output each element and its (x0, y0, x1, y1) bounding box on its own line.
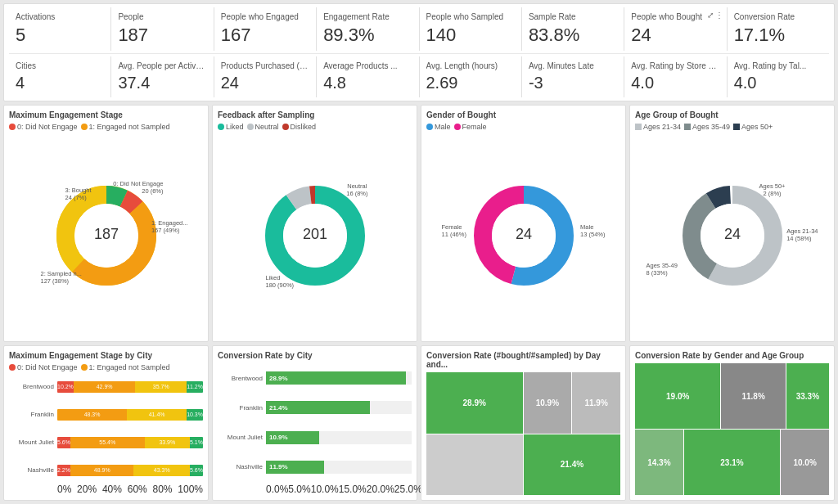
metric-label: Avg. Rating by Tal... (734, 61, 822, 70)
stacked-bar: 10.2%42.9%35.7%11.2% (57, 381, 203, 393)
hbar-label: Nashville (218, 463, 263, 470)
metric-value: 4.8 (323, 74, 412, 92)
metric-card-activations: Activations5 (9, 7, 111, 51)
metric-value: 4.0 (631, 74, 719, 92)
metric-value: 187 (118, 25, 206, 46)
metric-card-people: People187 (111, 7, 214, 51)
svg-text:24: 24 (515, 226, 531, 242)
treemap-row: 28.9% 10.9% 11.9% (426, 372, 620, 434)
treemap-cell: 11.8% (721, 363, 785, 429)
hbar-text: 21.4% (269, 404, 288, 412)
metric-value: 24 (221, 74, 309, 92)
hbar-text: 28.9% (269, 375, 288, 382)
city-name: Nashville (9, 466, 54, 474)
metric-label: Avg. Length (hours) (426, 61, 515, 70)
hbar-track: 10.9% (266, 431, 412, 444)
bottom-section: Maximum Engagement Stage by City 0: Did … (3, 345, 835, 501)
legend-item: Ages 50+ (733, 123, 773, 131)
hbar-label: Franklin (218, 404, 263, 412)
metric-label: Average Products ... (323, 61, 412, 70)
treemap-cell: 28.9% (426, 372, 523, 434)
engagement-city-legend: 0: Did Not Engage 1: Engaged not Sampled (9, 363, 203, 371)
city-row: Brentwood10.2%42.9%35.7%11.2% (9, 381, 203, 393)
metric-card-people-who-sampled: People who Sampled140 (420, 7, 522, 51)
hbar-row: Franklin21.4% (218, 401, 412, 414)
hbar-track: 28.9% (266, 371, 412, 385)
metric-value: 89.3% (323, 25, 412, 46)
charts-section: Maximum Engagement Stage 0: Did Not Enga… (3, 105, 835, 342)
stacked-bar: 5.6%55.4%33.9%5.1% (57, 437, 203, 448)
metric-label: Avg. Rating by Store Ma... (631, 61, 719, 70)
hbar-row: Nashville11.9% (218, 461, 412, 474)
legend-item: 0: Did Not Engage (9, 123, 78, 131)
city-row: Mount Juliet5.6%55.4%33.9%5.1% (9, 437, 203, 448)
metric-card-people-who-engaged: People who Engaged167 (214, 7, 317, 51)
hbar-row: Brentwood28.9% (218, 371, 412, 385)
treemap-cell: 11.9% (572, 372, 620, 434)
metric-card-average-products-...: Average Products ...4.8 (317, 56, 419, 97)
engagement-donut-area: 187 0: Did Not Engage20 (6%) 1: Engaged.… (9, 134, 203, 336)
legend-item: Disliked (282, 123, 317, 131)
metric-value: 17.1% (734, 25, 822, 46)
metric-label: Engagement Rate (323, 12, 412, 21)
metric-value: 24 (631, 25, 719, 46)
feedback-title: Feedback after Sampling (218, 110, 412, 119)
conversion-gender-age-title: Conversion Rate by Gender and Age Group (635, 351, 829, 360)
hbar-fill: 11.9% (266, 461, 324, 474)
metric-value: 83.8% (529, 25, 617, 46)
bar-segment: 5.1% (190, 437, 203, 448)
engagement-city-chart: Maximum Engagement Stage by City 0: Did … (3, 345, 209, 501)
city-name: Franklin (9, 411, 54, 418)
feedback-donut-area: 201 Neutral16 (8%) Liked180 (90%) (218, 134, 412, 336)
dashboard: Activations5People187People who Engaged1… (0, 0, 838, 504)
bar-segment: 35.7% (135, 381, 187, 393)
treemap-cell: 14.3% (635, 430, 683, 495)
hbar-label: Brentwood (218, 375, 263, 382)
hbar-text: 10.9% (269, 434, 288, 441)
hbar-track: 11.9% (266, 461, 412, 474)
metric-label: Conversion Rate (734, 12, 822, 21)
icon-small[interactable]: ⤢ (707, 11, 714, 20)
metric-value: -3 (529, 74, 617, 92)
treemap-cell: 19.0% (635, 363, 720, 429)
metric-label: Sample Rate (529, 12, 617, 21)
treemap-cell: 10.0% (781, 430, 829, 495)
svg-text:187: 187 (93, 226, 118, 242)
hbar-track: 21.4% (266, 401, 412, 414)
feedback-sampling-chart: Feedback after Sampling Liked Neutral Di… (212, 105, 417, 342)
treemap-row: 14.3% 23.1% 10.0% (635, 430, 829, 495)
treemap-cell: 33.3% (786, 363, 829, 429)
metric-card-cities: Cities4 (9, 56, 111, 97)
engagement-stage-title: Maximum Engagement Stage (9, 110, 203, 119)
metric-label: Products Purchased (Re... (221, 61, 309, 70)
feedback-legend: Liked Neutral Disliked (218, 123, 412, 131)
treemap-cell (426, 434, 523, 496)
legend-item: Neutral (247, 123, 279, 131)
metric-label: Cities (16, 61, 104, 70)
metric-card-avg.-rating-by-tal...: Avg. Rating by Tal...4.0 (728, 56, 829, 97)
metric-label: Activations (16, 12, 104, 21)
stacked-bar: 48.3%41.4%10.3% (57, 409, 203, 421)
conversion-day-title: Conversion Rate (#bought/#sampled) by Da… (426, 351, 620, 369)
hbar-text: 11.9% (269, 463, 288, 470)
bar-segment: 48.9% (70, 465, 133, 476)
conversion-day-treemap: 28.9% 10.9% 11.9% 21.4% (426, 372, 620, 495)
bar-segment: 11.2% (187, 381, 203, 393)
metric-card-people-who-bought: ⤢⋮People who Bought24 (624, 7, 727, 51)
engagement-city-rows: Brentwood10.2%42.9%35.7%11.2%Franklin48.… (9, 375, 203, 482)
hbar-fill: 28.9% (266, 371, 406, 385)
legend-item: Male (426, 123, 451, 131)
age-donut-area: 24 Ages 50+2 (8%) Ages 21-3414 (58%) Age… (635, 134, 829, 336)
bar-segment: 55.4% (70, 437, 145, 448)
metric-value: 2.69 (426, 74, 515, 92)
metric-card-sample-rate: Sample Rate83.8% (522, 7, 624, 51)
legend-item: Liked (218, 123, 244, 131)
hbar-rows: Brentwood28.9%Franklin21.4%Mount Juliet1… (218, 363, 412, 482)
feedback-donut: 201 Neutral16 (8%) Liked180 (90%) (258, 178, 372, 293)
metric-card-avg.-people-per-activation: Avg. People per Activation37.4 (111, 56, 214, 97)
more-icon[interactable]: ⋮ (715, 11, 723, 20)
x-axis-labels: 0% 20% 40% 60% 80% 100% (9, 484, 203, 495)
metric-card-products-purchased-(re...: Products Purchased (Re...24 (214, 56, 317, 97)
treemap-cell: 21.4% (524, 434, 620, 496)
bar-segment: 33.9% (145, 437, 190, 448)
